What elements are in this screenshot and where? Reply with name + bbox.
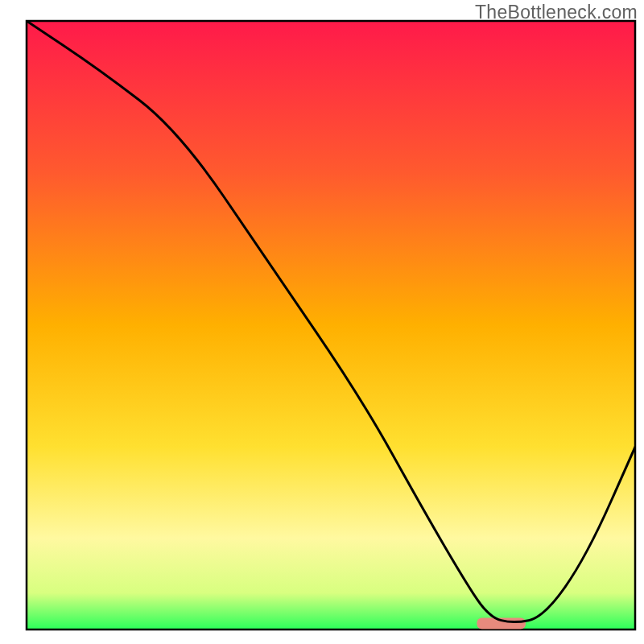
gradient-background [27,21,635,630]
chart-container: { "attribution": "TheBottleneck.com", "c… [0,0,644,644]
bottleneck-chart [0,0,644,644]
